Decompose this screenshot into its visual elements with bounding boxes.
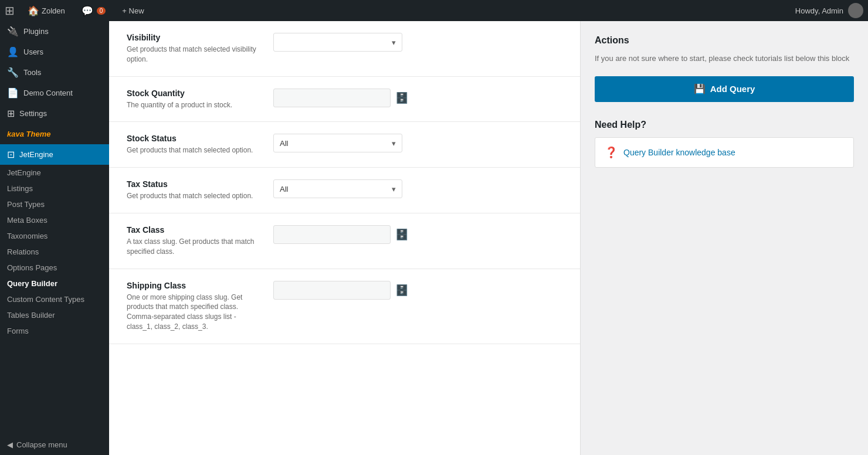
add-query-label: Add Query — [710, 84, 755, 94]
demo-content-icon: 📄 — [7, 87, 19, 99]
form-area: Visibility Get products that match selec… — [109, 21, 581, 455]
need-help-title: Need Help? — [595, 120, 854, 130]
sidebar-sub-taxonomies[interactable]: Taxonomies — [0, 228, 109, 244]
home-icon: 🏠 — [28, 5, 39, 16]
kava-brand: kava Theme — [0, 124, 109, 144]
sidebar-item-settings[interactable]: ⊞ Settings — [0, 103, 109, 124]
help-link-box: ❓ Query Builder knowledge base — [595, 137, 854, 168]
shipping-class-input-group: 🗄️ — [273, 281, 562, 300]
chevron-down-icon: ▾ — [392, 139, 396, 148]
howdy-text: Howdy, Admin — [795, 6, 843, 15]
sub-label-tables-builder: Tables Builder — [7, 311, 55, 320]
sidebar-label-plugins: Plugins — [23, 27, 49, 36]
db-icon-shipping-class[interactable]: 🗄️ — [395, 284, 408, 297]
plugins-icon: 🔌 — [7, 26, 19, 37]
site-link[interactable]: 🏠 Zolden — [24, 0, 69, 21]
sidebar-sub-post-types[interactable]: Post Types — [0, 196, 109, 212]
sidebar-sub-relations[interactable]: Relations — [0, 244, 109, 260]
tax-status-select-value: All — [280, 185, 288, 193]
sidebar-label-tools: Tools — [23, 68, 41, 77]
sidebar: 🔌 Plugins 👤 Users 🔧 Tools 📄 Demo Content… — [0, 21, 109, 455]
tax-status-label: Tax Status — [127, 179, 262, 189]
sub-label-relations: Relations — [7, 247, 39, 256]
actions-description: If you are not sure where to start, plea… — [595, 53, 854, 64]
collapse-menu[interactable]: ◀ Collapse menu — [0, 434, 109, 455]
site-name: Zolden — [42, 6, 65, 15]
sub-label-jetengine: JetEngine — [7, 168, 41, 177]
sidebar-label-demo-content: Demo Content — [23, 89, 73, 97]
stock-status-input-group: All ▾ — [273, 134, 562, 152]
sidebar-sub-custom-content-types[interactable]: Custom Content Types — [0, 291, 109, 307]
sidebar-sub-listings[interactable]: Listings — [0, 181, 109, 196]
tax-status-label-group: Tax Status Get products that match selec… — [127, 179, 262, 201]
sub-label-custom-content-types: Custom Content Types — [7, 295, 84, 304]
add-query-button[interactable]: 💾 Add Query — [595, 76, 854, 102]
sub-label-taxonomies: Taxonomies — [7, 232, 48, 240]
stock-status-label: Stock Status — [127, 134, 262, 143]
collapse-arrow-icon: ◀ — [7, 440, 13, 449]
tax-status-input-group: All ▾ — [273, 179, 562, 198]
stock-status-select-value: All — [280, 139, 288, 148]
visibility-label-group: Visibility Get products that match selec… — [127, 33, 262, 64]
tax-class-label-group: Tax Class A tax class slug. Get products… — [127, 225, 262, 257]
actions-title: Actions — [595, 35, 854, 46]
collapse-label: Collapse menu — [16, 440, 67, 449]
sidebar-sub-jetengine[interactable]: JetEngine — [0, 165, 109, 181]
tools-icon: 🔧 — [7, 67, 19, 78]
wp-logo[interactable]: ⊞ — [5, 4, 15, 18]
form-row-visibility: Visibility Get products that match selec… — [109, 21, 580, 77]
sidebar-sub-query-builder[interactable]: Query Builder — [0, 276, 109, 291]
db-icon-stock-quantity[interactable]: 🗄️ — [395, 91, 408, 104]
shipping-class-label-group: Shipping Class One or more shipping clas… — [127, 281, 262, 332]
sub-label-meta-boxes: Meta Boxes — [7, 216, 48, 225]
shipping-class-input[interactable] — [273, 281, 391, 300]
stock-quantity-input[interactable] — [273, 89, 391, 107]
sidebar-item-jetengine[interactable]: ⊡ JetEngine — [0, 144, 109, 165]
settings-icon: ⊞ — [7, 108, 15, 119]
stock-status-select[interactable]: All ▾ — [273, 134, 402, 152]
visibility-label: Visibility — [127, 33, 262, 42]
avatar[interactable] — [848, 3, 863, 18]
theme-text: Theme — [26, 130, 51, 138]
tax-class-description: A tax class slug. Get products that matc… — [127, 237, 262, 257]
db-icon-tax-class[interactable]: 🗄️ — [395, 228, 408, 241]
stock-status-label-group: Stock Status Get products that match sel… — [127, 134, 262, 155]
sidebar-item-demo-content[interactable]: 📄 Demo Content — [0, 83, 109, 103]
sidebar-label-users: Users — [23, 47, 43, 56]
sidebar-sub-tables-builder[interactable]: Tables Builder — [0, 307, 109, 323]
tax-status-select[interactable]: All ▾ — [273, 179, 402, 198]
tax-class-input[interactable] — [273, 225, 391, 244]
visibility-select[interactable]: ▾ — [273, 33, 402, 52]
help-icon: ❓ — [605, 146, 618, 159]
shipping-class-description: One or more shipping class slug. Get pro… — [127, 293, 262, 332]
stock-quantity-label: Stock Quantity — [127, 89, 262, 98]
form-row-stock-quantity: Stock Quantity The quantity of a product… — [109, 77, 580, 123]
tax-class-label: Tax Class — [127, 225, 262, 235]
sub-label-query-builder: Query Builder — [7, 279, 57, 288]
sidebar-sub-options-pages[interactable]: Options Pages — [0, 260, 109, 276]
form-row-tax-class: Tax Class A tax class slug. Get products… — [109, 213, 580, 269]
sub-label-post-types: Post Types — [7, 200, 45, 209]
jetengine-icon: ⊡ — [7, 149, 15, 160]
stock-quantity-label-group: Stock Quantity The quantity of a product… — [127, 89, 262, 110]
sidebar-item-tools[interactable]: 🔧 Tools — [0, 62, 109, 83]
sub-label-forms: Forms — [7, 327, 29, 335]
shipping-class-label: Shipping Class — [127, 281, 262, 290]
sidebar-item-users[interactable]: 👤 Users — [0, 42, 109, 62]
chevron-down-icon: ▾ — [392, 185, 396, 193]
topbar-right: Howdy, Admin — [795, 3, 863, 18]
comments-icon: 💬 — [82, 5, 93, 16]
tax-class-input-group: 🗄️ — [273, 225, 562, 244]
visibility-description: Get products that match selected visibil… — [127, 45, 262, 64]
stock-quantity-input-group: 🗄️ — [273, 89, 562, 107]
form-row-tax-status: Tax Status Get products that match selec… — [109, 168, 580, 213]
tax-status-description: Get products that match selected option. — [127, 191, 262, 201]
stock-status-description: Get products that match selected option. — [127, 145, 262, 155]
right-panel: Actions If you are not sure where to sta… — [581, 21, 868, 455]
comments-link[interactable]: 💬 0 — [78, 0, 110, 21]
new-button[interactable]: + New — [118, 0, 147, 21]
help-link[interactable]: Query Builder knowledge base — [623, 148, 735, 157]
sidebar-sub-meta-boxes[interactable]: Meta Boxes — [0, 212, 109, 228]
sidebar-sub-forms[interactable]: Forms — [0, 323, 109, 339]
sidebar-item-plugins[interactable]: 🔌 Plugins — [0, 21, 109, 42]
